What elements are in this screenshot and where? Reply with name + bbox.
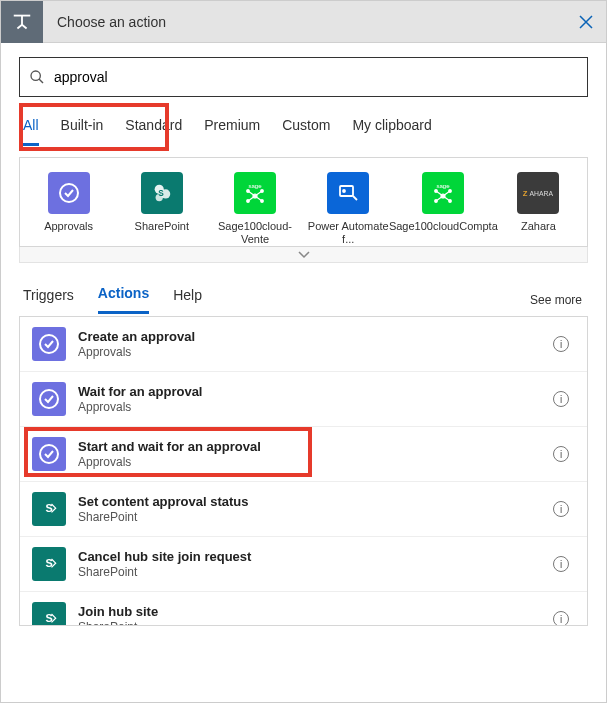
category-tab-built-in[interactable]: Built-in [61, 111, 104, 146]
connector-power-automate-f-[interactable]: Power Automate f... [308, 172, 389, 246]
connector-label: Sage100cloudCompta [389, 220, 498, 246]
action-subtitle: Approvals [78, 400, 553, 414]
info-icon[interactable]: i [553, 336, 569, 352]
search-icon [20, 69, 54, 85]
category-tab-standard[interactable]: Standard [125, 111, 182, 146]
svg-text:sage: sage [437, 183, 451, 189]
approvals-icon [32, 327, 66, 361]
action-set-content-approval-status[interactable]: SSet content approval statusSharePointi [20, 481, 587, 536]
tab-help[interactable]: Help [173, 287, 202, 313]
tab-actions[interactable]: Actions [98, 285, 149, 314]
category-tab-all[interactable]: All [23, 111, 39, 146]
search-input-container[interactable] [19, 57, 588, 97]
action-subtitle: SharePoint [78, 510, 553, 524]
chevron-down-icon [298, 251, 310, 259]
svg-text:Z: Z [523, 189, 528, 198]
action-list[interactable]: Create an approvalApprovalsiWait for an … [20, 317, 587, 625]
pa-icon [327, 172, 369, 214]
choose-action-dialog: Choose an action AllBuilt-inStandardPrem… [1, 1, 606, 702]
action-subtitle: Approvals [78, 345, 553, 359]
tab-triggers[interactable]: Triggers [23, 287, 74, 313]
connector-zahara[interactable]: ZAHARAZahara [498, 172, 579, 246]
category-tab-custom[interactable]: Custom [282, 111, 330, 146]
connector-label: Approvals [44, 220, 93, 246]
action-title: Cancel hub site join request [78, 549, 553, 564]
info-icon[interactable]: i [553, 611, 569, 625]
category-tab-my-clipboard[interactable]: My clipboard [352, 111, 431, 146]
sharepoint-icon: S [32, 602, 66, 625]
action-list-panel: Create an approvalApprovalsiWait for an … [19, 316, 588, 626]
category-tab-premium[interactable]: Premium [204, 111, 260, 146]
action-title: Set content approval status [78, 494, 553, 509]
sharepoint-icon: S [141, 172, 183, 214]
dialog-titlebar: Choose an action [1, 1, 606, 43]
action-cancel-hub-site-join-request[interactable]: SCancel hub site join requestSharePointi [20, 536, 587, 591]
action-title: Wait for an approval [78, 384, 553, 399]
sage-icon: sage [422, 172, 464, 214]
approvals-icon [32, 437, 66, 471]
sharepoint-icon: S [32, 547, 66, 581]
dialog-title: Choose an action [43, 14, 566, 30]
dialog-body: AllBuilt-inStandardPremiumCustomMy clipb… [1, 43, 606, 702]
connector-label: SharePoint [135, 220, 189, 246]
connector-sharepoint[interactable]: SSharePoint [121, 172, 202, 246]
svg-point-23 [40, 390, 58, 408]
info-icon[interactable]: i [553, 556, 569, 572]
action-subtitle: SharePoint [78, 565, 553, 579]
connector-approvals[interactable]: Approvals [28, 172, 109, 246]
connector-label: Zahara [521, 220, 556, 246]
action-title: Join hub site [78, 604, 553, 619]
svg-rect-12 [340, 186, 353, 196]
section-tabs: Triggers Actions Help See more [19, 285, 588, 314]
action-start-and-wait-for-an-approval[interactable]: Start and wait for an approvalApprovalsi [20, 426, 587, 481]
svg-point-13 [343, 190, 345, 192]
action-join-hub-site[interactable]: SJoin hub siteSharePointi [20, 591, 587, 625]
action-create-an-approval[interactable]: Create an approvalApprovalsi [20, 317, 587, 371]
action-subtitle: SharePoint [78, 620, 553, 625]
info-icon[interactable]: i [553, 391, 569, 407]
connector-expand-toggle[interactable] [19, 247, 588, 263]
zahara-icon: ZAHARA [517, 172, 559, 214]
action-title: Create an approval [78, 329, 553, 344]
svg-point-0 [31, 71, 40, 80]
action-wait-for-an-approval[interactable]: Wait for an approvalApprovalsi [20, 371, 587, 426]
approvals-icon [48, 172, 90, 214]
connector-label: Power Automate f... [308, 220, 389, 246]
sharepoint-icon: S [32, 492, 66, 526]
connector-sage100cloudcompta[interactable]: sageSage100cloudCompta [401, 172, 486, 246]
action-subtitle: Approvals [78, 455, 553, 469]
svg-point-22 [40, 335, 58, 353]
approvals-icon [32, 382, 66, 416]
connector-row: ApprovalsSSharePointsageSage100cloud-Ven… [28, 172, 579, 246]
connector-sage100cloud-vente[interactable]: sageSage100cloud-Vente [214, 172, 295, 246]
svg-point-1 [60, 184, 78, 202]
svg-point-24 [40, 445, 58, 463]
category-tabs: AllBuilt-inStandardPremiumCustomMy clipb… [19, 111, 588, 147]
svg-text:AHARA: AHARA [530, 190, 554, 197]
action-title: Start and wait for an approval [78, 439, 553, 454]
svg-text:S: S [158, 189, 164, 198]
connector-panel: ApprovalsSSharePointsageSage100cloud-Ven… [19, 157, 588, 247]
search-input[interactable] [54, 58, 587, 96]
info-icon[interactable]: i [553, 446, 569, 462]
connector-label: Sage100cloud-Vente [214, 220, 295, 246]
close-button[interactable] [566, 1, 606, 43]
sage-icon: sage [234, 172, 276, 214]
info-icon[interactable]: i [553, 501, 569, 517]
see-more-link[interactable]: See more [530, 293, 588, 307]
dialog-icon [1, 1, 43, 43]
svg-text:sage: sage [248, 183, 262, 189]
